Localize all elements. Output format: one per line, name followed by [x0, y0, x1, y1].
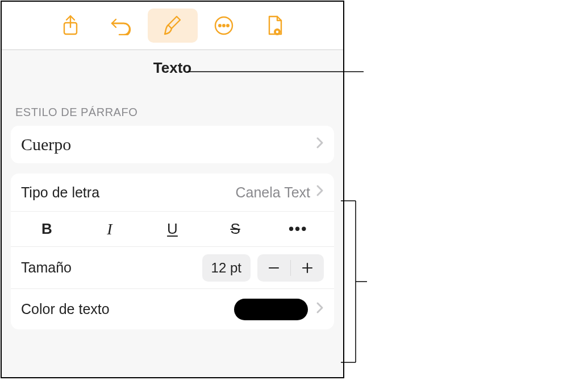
share-icon — [62, 15, 79, 36]
font-family-value: Canela Text — [235, 184, 310, 201]
font-family-label: Tipo de letra — [21, 184, 235, 201]
italic-button[interactable]: I — [78, 214, 141, 244]
inspector-tab-row: Texto — [2, 50, 343, 85]
paragraph-style-card: Cuerpo — [11, 126, 334, 163]
more-text-options-button[interactable]: ••• — [266, 214, 330, 243]
plus-icon — [301, 262, 314, 274]
minus-icon — [268, 262, 280, 274]
document-view-icon — [266, 15, 284, 36]
font-size-value[interactable]: 12 pt — [202, 254, 251, 282]
undo-icon — [110, 16, 133, 35]
font-size-label: Tamaño — [21, 259, 202, 276]
chevron-right-icon — [316, 301, 324, 317]
chevron-right-icon — [316, 184, 324, 200]
text-color-label: Color de texto — [21, 301, 234, 317]
undo-button[interactable] — [97, 9, 147, 43]
chevron-right-icon — [316, 137, 324, 152]
more-actions-button[interactable] — [199, 9, 249, 43]
font-size-stepper — [257, 254, 324, 282]
format-button[interactable] — [148, 9, 198, 43]
paragraph-style-row[interactable]: Cuerpo — [11, 126, 334, 163]
text-style-buttons-row: B I U S ••• — [11, 211, 334, 246]
bold-button[interactable]: B — [15, 214, 78, 243]
inspector-toolbar — [2, 2, 343, 50]
font-family-row[interactable]: Tipo de letra Canela Text — [11, 174, 334, 211]
paragraph-style-section-label: ESTILO DE PÁRRAFO — [2, 85, 343, 123]
tab-text[interactable]: Texto — [153, 59, 191, 77]
text-color-swatch[interactable] — [234, 299, 308, 320]
text-color-row[interactable]: Color de texto — [11, 288, 334, 329]
strikethrough-button[interactable]: S — [204, 214, 267, 243]
svg-point-6 — [276, 31, 278, 33]
callout-leader-2 — [341, 200, 367, 363]
increase-size-button[interactable] — [291, 254, 324, 282]
format-inspector-panel: Texto ESTILO DE PÁRRAFO Cuerpo Tipo de l… — [1, 1, 344, 378]
font-size-row: Tamaño 12 pt — [11, 246, 334, 288]
underline-button[interactable]: U — [141, 214, 204, 243]
format-paintbrush-icon — [163, 15, 182, 36]
svg-point-3 — [223, 24, 225, 27]
decrease-size-button[interactable] — [257, 254, 290, 282]
font-settings-card: Tipo de letra Canela Text B I U S ••• Ta… — [11, 174, 334, 329]
svg-point-2 — [219, 24, 221, 27]
more-icon — [214, 15, 234, 36]
share-button[interactable] — [45, 9, 95, 43]
document-view-button[interactable] — [250, 9, 300, 43]
svg-point-4 — [227, 24, 229, 27]
paragraph-style-value: Cuerpo — [21, 135, 316, 154]
